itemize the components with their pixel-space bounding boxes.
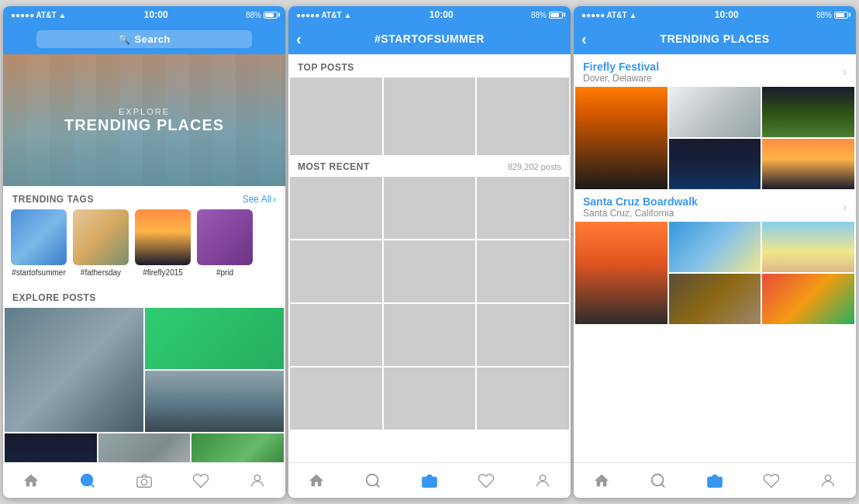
recent-photo-9[interactable] [477, 304, 569, 366]
see-all-btn[interactable]: See All › [243, 194, 276, 205]
tab-home-1[interactable] [14, 472, 48, 489]
tab-search-3[interactable] [641, 472, 675, 489]
tab-search-1[interactable] [71, 472, 105, 489]
tab-search-2[interactable] [356, 472, 390, 489]
home-icon-2 [308, 472, 325, 489]
recent-photo-8[interactable] [384, 304, 476, 366]
top-post-3[interactable] [477, 78, 569, 155]
tab-home-2[interactable] [299, 472, 333, 489]
place-firefly-header[interactable]: Firefly Festival Dover, Delaware › [574, 54, 856, 87]
place-santacruz-header[interactable]: Santa Cruz Boardwalk Santa Cruz, Califor… [574, 189, 856, 222]
tag-fathersday[interactable]: #fathersday [73, 209, 129, 277]
tab-profile-2[interactable] [526, 472, 560, 489]
recent-photo-4[interactable] [290, 240, 382, 302]
tag-prid[interactable]: #prid [197, 209, 253, 277]
trending-places-title: TRENDING PLACES [660, 33, 769, 45]
status-right-2: 88% [531, 11, 563, 19]
battery-icon-1 [264, 12, 278, 19]
back-button-2[interactable]: ‹ [296, 30, 302, 48]
status-bar-3: ●●●●● AT&T ▲ 10:00 88% [574, 6, 856, 23]
santacruz-photo-4[interactable] [669, 274, 761, 324]
chevron-right-icon: › [273, 194, 276, 205]
top-post-1[interactable] [290, 78, 382, 155]
top-post-2[interactable] [384, 78, 476, 155]
search-placeholder: Search [135, 33, 171, 45]
explore-photo-bottom[interactable] [145, 371, 284, 432]
status-left-1: ●●●●● AT&T ▲ [11, 11, 66, 19]
top-posts-header: TOP POSTS [288, 54, 571, 78]
recent-photo-2[interactable] [384, 177, 476, 239]
recent-photo-10[interactable] [290, 368, 382, 430]
explore-photo-5[interactable] [98, 433, 191, 462]
svg-point-0 [81, 474, 93, 485]
santacruz-photo-2[interactable] [669, 222, 761, 272]
recent-photo-3[interactable] [477, 177, 569, 239]
santacruz-photo-5[interactable] [762, 274, 854, 324]
tag-firefly2015[interactable]: #firefly2015 [135, 209, 191, 277]
svg-point-10 [712, 479, 717, 485]
tag-thumb-4 [197, 209, 253, 265]
back-button-3[interactable]: ‹ [581, 30, 587, 48]
recent-photo-12[interactable] [477, 368, 569, 430]
firefly-photo-large[interactable] [575, 87, 668, 189]
svg-point-3 [254, 475, 260, 480]
camera-icon-3 [706, 472, 723, 489]
hero-explore-label: EXPLORE [119, 107, 170, 116]
recent-photo-11[interactable] [384, 368, 476, 430]
explore-photo-6[interactable] [191, 433, 284, 462]
santacruz-photo-large[interactable] [575, 222, 668, 324]
explore-posts-header: EXPLORE POSTS [3, 285, 285, 308]
heart-icon-1 [192, 472, 209, 489]
most-recent-count: 829,202 posts [508, 162, 561, 171]
explore-photo-4[interactable] [5, 433, 97, 462]
search-icon-tab-3 [650, 472, 667, 489]
firefly-photo-2[interactable] [669, 87, 761, 137]
tab-heart-3[interactable] [754, 472, 788, 489]
santacruz-photo-3[interactable] [762, 222, 854, 272]
tab-heart-1[interactable] [184, 472, 218, 489]
tab-home-3[interactable] [585, 472, 619, 489]
tag-label-1: #startofsummer [12, 268, 65, 277]
firefly-photo-3[interactable] [762, 87, 854, 137]
tab-profile-1[interactable] [240, 472, 274, 489]
firefly-photo-4[interactable] [669, 139, 761, 189]
wifi-2: ▲ [344, 11, 352, 19]
tag-label-4: #prid [216, 268, 233, 277]
firefly-photo-5[interactable] [762, 139, 854, 189]
place-firefly-name: Firefly Festival [583, 60, 659, 73]
recent-photo-7[interactable] [290, 304, 382, 366]
place-firefly-info: Firefly Festival Dover, Delaware [583, 60, 659, 84]
tag-startofsummer[interactable]: #startofsummer [11, 209, 67, 277]
status-bar-1: ●●●●● AT&T ▲ 10:00 88% [3, 6, 285, 23]
explore-photo-top[interactable] [145, 308, 284, 369]
battery-icon-2 [549, 12, 563, 19]
firefly-photos [574, 87, 856, 189]
wifi-1: ▲ [59, 11, 67, 19]
place-santacruz-info: Santa Cruz Boardwalk Santa Cruz, Califor… [583, 195, 698, 219]
explore-photo-large[interactable] [5, 308, 143, 432]
time-2: 10:00 [430, 9, 454, 20]
most-recent-title: MOST RECENT [298, 161, 370, 172]
recent-photo-5[interactable] [384, 240, 476, 302]
tab-camera-2[interactable] [412, 472, 447, 489]
santacruz-photos [574, 222, 856, 324]
chevron-santacruz-icon: › [843, 200, 847, 214]
recent-photo-1[interactable] [290, 177, 382, 239]
search-box[interactable]: 🔍 Search [36, 30, 252, 48]
tab-camera-1[interactable] [127, 472, 161, 489]
profile-icon-2 [534, 472, 551, 489]
place-santacruz-name: Santa Cruz Boardwalk [583, 195, 698, 208]
time-1: 10:00 [144, 9, 168, 20]
recent-photo-6[interactable] [477, 240, 569, 302]
explore-grid [3, 308, 285, 433]
tab-bar-3 [574, 462, 856, 498]
tab-camera-3[interactable] [698, 472, 732, 489]
tab-bar-2 [288, 462, 571, 498]
battery-icon-3 [834, 12, 848, 19]
hero-title: TRENDING PLACES [64, 116, 224, 134]
tag-thumb-2 [73, 209, 129, 265]
tab-heart-2[interactable] [469, 472, 503, 489]
tab-profile-3[interactable] [811, 472, 845, 489]
status-right-3: 88% [816, 11, 848, 19]
battery-pct-2: 88% [531, 11, 547, 19]
